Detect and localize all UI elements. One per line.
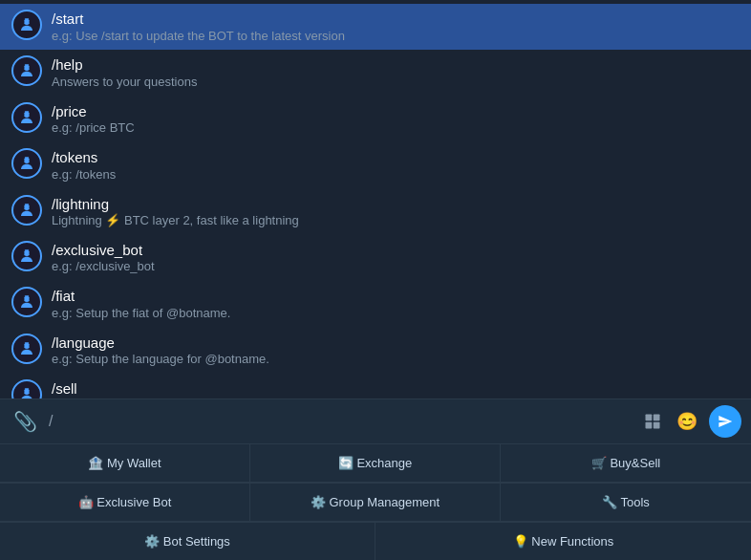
command-desc: e.g: Setup the fiat of @botname. — [52, 306, 230, 322]
svg-rect-40 — [646, 415, 653, 421]
svg-point-3 — [29, 21, 31, 23]
grid-icon-button[interactable] — [640, 409, 665, 434]
bot-avatar — [11, 241, 42, 271]
command-item[interactable]: /fiate.g: Setup the fiat of @botname. — [0, 281, 751, 327]
exchange-button[interactable]: 🔄 Exchange — [250, 444, 501, 483]
command-item[interactable]: /helpAnswers to your questions — [0, 50, 751, 96]
commands-list: /starte.g: Use /start to update the BOT … — [0, 0, 751, 398]
group-management-button[interactable]: ⚙️ Group Management — [250, 484, 501, 522]
buy-sell-button[interactable]: 🛒 Buy&Sell — [501, 444, 751, 483]
emoji-button[interactable]: 😊 — [673, 407, 701, 436]
svg-point-23 — [29, 252, 31, 254]
command-desc: e.g: /tokens — [52, 167, 116, 183]
command-item[interactable]: /lightningLightning ⚡ BTC layer 2, fast … — [0, 189, 751, 235]
command-text: /selle.g: sell — [52, 379, 95, 398]
attach-button[interactable]: 📎 — [10, 406, 41, 437]
command-desc: Lightning ⚡ BTC layer 2, fast like a lig… — [52, 213, 299, 229]
exclusive-bot-button[interactable]: 🤖 Exclusive Bot — [0, 484, 250, 522]
command-text: /pricee.g: /price BTC — [52, 102, 135, 137]
svg-rect-29 — [25, 342, 30, 344]
nav-row-2: 🤖 Exclusive Bot ⚙️ Group Management 🔧 To… — [0, 483, 751, 522]
command-text: /helpAnswers to your questions — [52, 55, 197, 90]
svg-point-28 — [24, 343, 30, 349]
bot-avatar — [11, 287, 42, 317]
command-item[interactable]: /tokense.g: /tokens — [0, 142, 751, 188]
svg-point-34 — [23, 391, 25, 393]
command-name: /language — [52, 334, 269, 353]
command-item[interactable]: /starte.g: Use /start to update the BOT … — [0, 4, 751, 50]
svg-point-16 — [24, 205, 30, 210]
command-desc: Answers to your questions — [52, 75, 197, 91]
my-wallet-button[interactable]: 🏦 My Wallet — [0, 444, 250, 483]
svg-point-10 — [23, 114, 25, 116]
command-name: /help — [52, 55, 197, 75]
svg-rect-42 — [646, 422, 653, 429]
command-desc: e.g: /exclusive_bot — [52, 259, 155, 275]
bot-avatar — [11, 379, 42, 398]
command-item[interactable]: /pricee.g: /price BTC — [0, 97, 751, 142]
command-text: /languagee.g: Setup the language for @bo… — [52, 334, 269, 368]
svg-point-27 — [29, 299, 31, 301]
command-text: /tokense.g: /tokens — [52, 148, 116, 183]
svg-point-32 — [24, 389, 30, 395]
svg-point-0 — [24, 19, 30, 25]
bot-avatar — [11, 102, 42, 133]
svg-point-6 — [23, 68, 25, 70]
svg-rect-25 — [25, 296, 30, 298]
message-input[interactable] — [49, 409, 633, 434]
command-desc: e.g: Setup the language for @botname. — [52, 352, 269, 368]
command-desc: e.g: /price BTC — [52, 120, 135, 137]
new-functions-button[interactable]: 💡 New Functions — [376, 523, 751, 560]
svg-point-20 — [24, 250, 30, 256]
bot-avatar — [11, 55, 42, 86]
command-desc: e.g: Use /start to update the BOT to the… — [52, 29, 345, 45]
svg-point-7 — [29, 68, 31, 70]
input-icons: 😊 — [640, 405, 741, 438]
svg-point-24 — [24, 296, 30, 302]
svg-rect-43 — [654, 422, 660, 429]
command-name: /sell — [52, 379, 95, 398]
bot-avatar — [11, 10, 42, 40]
svg-point-18 — [23, 206, 25, 208]
tools-button[interactable]: 🔧 Tools — [501, 484, 751, 522]
command-text: /exclusive_bote.g: /exclusive_bot — [52, 241, 155, 275]
command-text: /fiate.g: Setup the fiat of @botname. — [52, 287, 230, 321]
svg-point-8 — [24, 112, 30, 118]
bot-settings-button[interactable]: ⚙️ Bot Settings — [0, 523, 376, 560]
svg-point-15 — [29, 160, 31, 162]
svg-point-35 — [29, 391, 31, 393]
svg-point-4 — [24, 65, 30, 71]
command-name: /start — [52, 10, 345, 29]
svg-rect-21 — [25, 249, 30, 251]
svg-point-30 — [23, 345, 25, 347]
svg-rect-1 — [25, 18, 30, 20]
command-name: /fiat — [52, 287, 230, 306]
command-name: /price — [52, 102, 135, 121]
svg-rect-13 — [25, 157, 30, 159]
command-item[interactable]: /exclusive_bote.g: /exclusive_bot — [0, 235, 751, 281]
input-area: 📎 😊 — [0, 398, 751, 443]
command-name: /exclusive_bot — [52, 241, 155, 260]
svg-point-31 — [29, 345, 31, 347]
svg-point-12 — [24, 158, 30, 163]
bot-avatar — [11, 148, 42, 179]
svg-point-26 — [23, 299, 25, 301]
svg-point-19 — [29, 206, 31, 208]
svg-point-22 — [23, 252, 25, 254]
command-name: /tokens — [52, 148, 116, 167]
bot-avatar — [11, 334, 42, 364]
command-name: /lightning — [52, 195, 299, 214]
nav-row-1: 🏦 My Wallet 🔄 Exchange 🛒 Buy&Sell — [0, 443, 751, 483]
nav-row-3: ⚙️ Bot Settings 💡 New Functions — [0, 522, 751, 560]
command-item[interactable]: /selle.g: sell — [0, 374, 751, 398]
command-item[interactable]: /languagee.g: Setup the language for @bo… — [0, 328, 751, 374]
command-text: /starte.g: Use /start to update the BOT … — [52, 10, 345, 44]
svg-point-11 — [29, 114, 31, 116]
svg-rect-17 — [25, 204, 30, 205]
send-button[interactable] — [709, 405, 741, 438]
svg-rect-5 — [25, 65, 30, 67]
bot-avatar — [11, 195, 42, 226]
svg-rect-33 — [25, 388, 30, 390]
svg-point-14 — [23, 160, 25, 162]
svg-rect-41 — [654, 415, 660, 421]
